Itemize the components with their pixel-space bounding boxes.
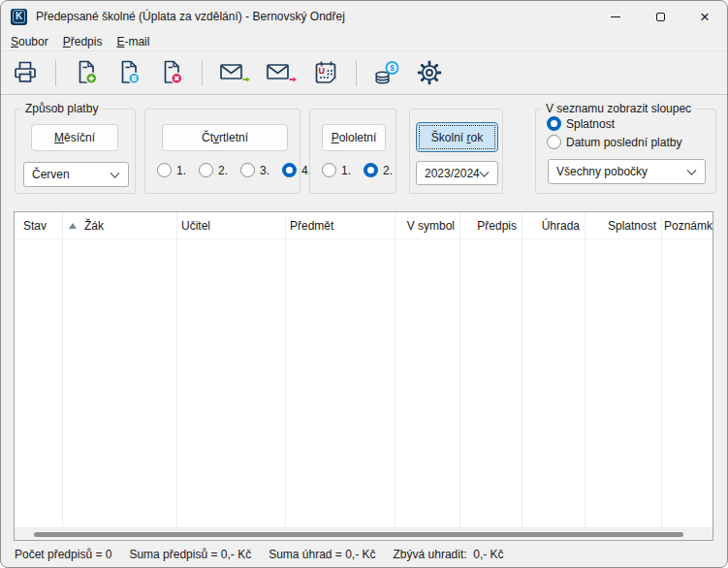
toolbar-email-send-button[interactable]	[215, 54, 254, 91]
toolbar-document-add-button[interactable]	[69, 54, 104, 91]
window-title: Předepsané školné (Úplata za vzdělání) -…	[36, 10, 345, 23]
email-send-icon	[218, 58, 251, 87]
column-header-predpis[interactable]: Předpis	[459, 212, 521, 238]
status-count: Počet předpisů = 0	[15, 548, 111, 561]
status-sum-uhrad: Suma úhrad = 0,- Kč	[269, 548, 375, 561]
radio-icon	[157, 163, 172, 177]
month-select[interactable]: Červen	[23, 162, 129, 187]
app-icon: K	[11, 9, 27, 25]
menu-email[interactable]: E-mail	[116, 35, 149, 48]
radio-datum-row: Datum poslední platby	[547, 135, 681, 149]
radio-icon	[364, 163, 378, 177]
column-header-splatnost[interactable]: Splatnost	[584, 212, 660, 238]
column-divider	[459, 213, 460, 526]
radio-semester-1[interactable]: 1.	[322, 163, 351, 177]
toolbar: Ú $	[1, 51, 727, 95]
calendar-letter: Ú	[319, 65, 326, 76]
toolbar-email-send-all-button[interactable]	[262, 54, 301, 91]
filter-controls: Způsob platby Měsíční Červen Čtvrtletní …	[1, 95, 727, 211]
quarterly-button[interactable]: Čtvrtletní	[162, 124, 288, 151]
close-button[interactable]: ×	[682, 1, 727, 32]
status-sum-predpisu: Suma předpisů = 0,- Kč	[129, 548, 251, 561]
semester-radio-group: 1. 2.	[322, 163, 393, 177]
radio-quarter-2[interactable]: 2.	[199, 163, 228, 177]
toolbar-document-overview-button[interactable]	[111, 54, 146, 91]
radio-icon	[199, 163, 213, 177]
column-display-group: V seznamu zobrazit sloupec Splatnost Dat…	[535, 109, 716, 194]
quarterly-group: Čtvrtletní 1. 2. 3. 4.	[144, 109, 301, 194]
radio-icon	[282, 163, 297, 177]
sort-ascending-icon	[69, 223, 77, 229]
radio-icon	[547, 135, 561, 149]
school-year-button[interactable]: Školní rok	[416, 122, 498, 152]
window-controls: ×	[593, 1, 727, 32]
radio-splatnost-row: Splatnost	[547, 116, 615, 131]
minimize-icon	[611, 16, 620, 17]
column-header-poznamka[interactable]: Poznámka	[660, 212, 712, 238]
toolbar-separator	[55, 60, 56, 86]
toolbar-settings-button[interactable]	[412, 54, 447, 91]
school-year-group: Školní rok 2023/2024	[409, 109, 503, 194]
semiannual-group: Pololetní 1. 2.	[309, 109, 396, 194]
column-header-stav[interactable]: Stav	[15, 212, 61, 238]
toolbar-document-delete-button[interactable]	[154, 54, 189, 91]
radio-splatnost[interactable]: Splatnost	[547, 116, 615, 131]
chevron-down-icon	[687, 166, 697, 175]
column-divider	[62, 213, 63, 526]
quarter-radio-group: 1. 2. 3. 4.	[157, 163, 311, 177]
branch-select[interactable]: Všechny pobočky	[548, 159, 706, 184]
school-year-select-value: 2023/2024	[425, 167, 480, 180]
column-divider	[176, 213, 177, 526]
toolbar-separator	[202, 60, 203, 86]
records-table: Stav Žák Učitel Předmět V symbol Předpis…	[14, 211, 713, 541]
column-divider	[285, 213, 286, 526]
horizontal-scrollbar-thumb[interactable]	[34, 532, 683, 537]
column-header-predmet[interactable]: Předmět	[284, 212, 394, 238]
coins-icon: $	[372, 58, 401, 87]
column-header-zak[interactable]: Žák	[61, 212, 175, 238]
school-year-select[interactable]: 2023/2024	[416, 161, 498, 185]
payment-method-group: Způsob platby Měsíční Červen	[15, 109, 136, 194]
status-zbyva-uhradit: Zbývá uhradit: 0,- Kč	[394, 548, 504, 561]
calendar-payments-icon: Ú	[311, 58, 340, 87]
radio-quarter-4[interactable]: 4.	[282, 163, 311, 177]
title-bar: K Předepsané školné (Úplata za vzdělání)…	[1, 1, 727, 32]
radio-quarter-1[interactable]: 1.	[157, 163, 186, 177]
maximize-icon	[656, 13, 665, 21]
horizontal-scrollbar[interactable]	[15, 527, 712, 540]
radio-icon	[322, 163, 336, 177]
column-header-vsymbol[interactable]: V symbol	[394, 212, 459, 238]
radio-semester-2[interactable]: 2.	[364, 163, 393, 177]
chevron-down-icon	[111, 169, 120, 178]
menu-predpis[interactable]: Předpis	[63, 35, 103, 48]
status-bar: Počet předpisů = 0 Suma předpisů = 0,- K…	[1, 541, 727, 568]
document-overview-icon	[114, 58, 143, 87]
semiannual-button[interactable]: Pololetní	[322, 124, 386, 151]
monthly-button[interactable]: Měsíční	[31, 124, 118, 151]
maximize-button[interactable]	[638, 1, 682, 32]
app-icon-letter: K	[13, 10, 25, 23]
column-divider	[395, 213, 396, 526]
column-header-uhrada[interactable]: Úhrada	[521, 212, 584, 238]
document-delete-icon	[157, 58, 186, 87]
minimize-button[interactable]	[593, 1, 638, 32]
toolbar-calendar-payments-button[interactable]: Ú	[308, 54, 343, 91]
close-icon: ×	[700, 9, 710, 25]
toolbar-coins-button[interactable]: $	[369, 54, 404, 91]
column-display-group-label: V seznamu zobrazit sloupec	[542, 102, 695, 115]
radio-icon	[547, 116, 561, 131]
dollar-symbol: $	[390, 63, 395, 73]
menu-soubor[interactable]: Soubor	[11, 35, 48, 48]
toolbar-print-button[interactable]	[8, 54, 43, 91]
radio-quarter-3[interactable]: 3.	[240, 163, 269, 177]
toolbar-separator	[356, 60, 357, 86]
column-divider	[585, 213, 586, 526]
column-divider	[522, 213, 522, 526]
branch-select-value: Všechny pobočky	[556, 165, 648, 178]
table-header-row: Stav Žák Učitel Předmět V symbol Předpis…	[15, 212, 712, 239]
radio-icon	[240, 163, 255, 177]
column-header-ucitel[interactable]: Učitel	[175, 212, 284, 238]
settings-gear-icon	[415, 58, 444, 87]
radio-datum-posledni-platby[interactable]: Datum poslední platby	[547, 135, 681, 149]
month-select-value: Červen	[32, 168, 70, 181]
